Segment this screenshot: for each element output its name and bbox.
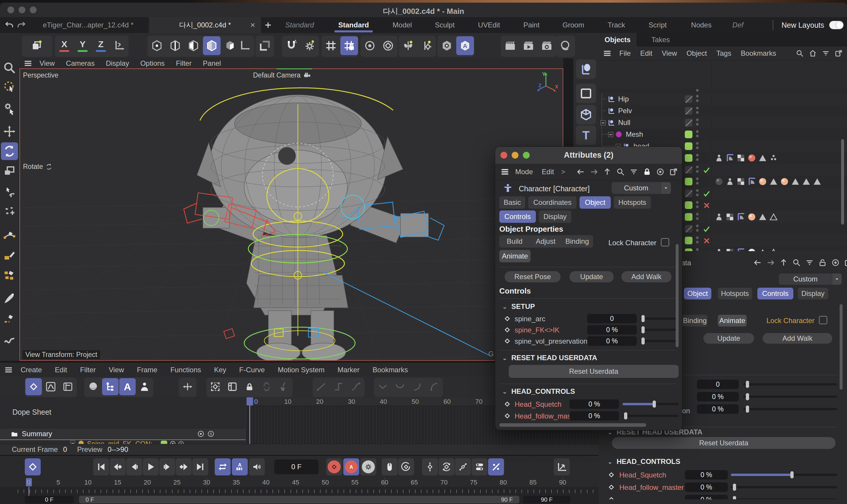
- add-tab-button[interactable]: [264, 21, 272, 29]
- solo-icon[interactable]: [170, 440, 176, 444]
- symmetry-settings-button[interactable]: [418, 36, 435, 55]
- model-mode-button[interactable]: [203, 36, 220, 55]
- param-label[interactable]: Head_follow_master: [619, 483, 684, 492]
- docked-lock-character-checkbox[interactable]: [819, 316, 827, 324]
- expander[interactable]: [608, 132, 613, 137]
- layout-tab-standard-0[interactable]: Standard: [283, 17, 316, 33]
- expander[interactable]: [600, 120, 605, 125]
- search-button[interactable]: [616, 167, 625, 176]
- document-tab-2[interactable]: 다시_0002.c4d *: [149, 17, 261, 33]
- floating-hscrollbar[interactable]: [499, 423, 646, 427]
- object-row-hip[interactable]: Hip: [599, 93, 847, 105]
- head-controls-group-title[interactable]: ⌄HEAD_CONTROLS: [502, 387, 575, 396]
- attributes-floating-panel[interactable]: Attributes (2) Mode Edit > Character [Ch…: [495, 146, 683, 430]
- docked-binding-button[interactable]: Binding: [682, 315, 707, 327]
- reset-head-group-title[interactable]: ⌄RESET HEAD USERDATA: [502, 354, 597, 362]
- grid-lock-button[interactable]: [340, 36, 358, 55]
- track-row[interactable]: Spine_mid_FK_CON: S: [0, 440, 246, 444]
- model-pen-button[interactable]: [22, 36, 52, 55]
- docked-update-button[interactable]: Update: [703, 333, 754, 344]
- tab-coordinates[interactable]: Coordinates: [528, 196, 577, 209]
- y-axis-button[interactable]: Y: [74, 36, 91, 55]
- object-row[interactable]: [599, 88, 847, 93]
- key-disabled-button[interactable]: [488, 458, 504, 475]
- subtab-controls[interactable]: Controls: [499, 211, 536, 223]
- objects-menu-bookmarks[interactable]: Bookmarks: [741, 49, 776, 57]
- transform-tool-button[interactable]: [1, 183, 18, 201]
- layout-tab-nodes-9[interactable]: Nodes: [687, 17, 716, 33]
- visibility-badge[interactable]: [685, 95, 692, 103]
- render-settings-button[interactable]: [538, 36, 555, 55]
- viewport[interactable]: Perspective Default Camera Rotate View T…: [19, 68, 563, 361]
- loop-button[interactable]: [215, 458, 231, 475]
- object-row-null[interactable]: Null: [599, 117, 847, 128]
- home-button[interactable]: [809, 49, 817, 57]
- viewport-camera-label[interactable]: Default Camera: [253, 71, 311, 79]
- fcurve-mode-button[interactable]: [42, 378, 59, 395]
- param-label[interactable]: spine_arc: [515, 315, 545, 323]
- param-slider[interactable]: [731, 474, 837, 476]
- objects-hamburger-icon[interactable]: [603, 49, 612, 58]
- next-frame-button[interactable]: [159, 458, 175, 475]
- arrow-left-button[interactable]: [576, 167, 585, 176]
- keyframe-circle-button[interactable]: [398, 458, 414, 475]
- attributes-hamburger-icon[interactable]: [500, 167, 509, 176]
- floating-title-bar[interactable]: Attributes (2): [495, 147, 682, 164]
- polygon-mode-button[interactable]: [184, 36, 202, 55]
- param-value-field[interactable]: 0 %: [685, 495, 728, 499]
- export-button[interactable]: [835, 49, 843, 57]
- timeline-menu-filter[interactable]: Filter: [80, 366, 95, 374]
- interp-step-button[interactable]: [330, 378, 347, 395]
- preset-dropdown[interactable]: Custom: [612, 182, 660, 194]
- docked-head-controls-title[interactable]: ⌄HEAD_CONTROLS: [607, 457, 681, 466]
- build-button-build[interactable]: Build: [499, 235, 530, 248]
- visibility-badge[interactable]: [685, 119, 692, 126]
- param-value-field[interactable]: 0 %: [697, 392, 739, 401]
- z-axis-button[interactable]: Z: [92, 36, 110, 55]
- axis-scale-button[interactable]: [110, 36, 128, 55]
- object-row-pelv[interactable]: Pelv: [599, 105, 847, 117]
- layer-badge-green[interactable]: [685, 154, 692, 162]
- add-walk-button[interactable]: Add Walk: [621, 271, 672, 282]
- objects-menu-object[interactable]: Object: [687, 49, 707, 57]
- text-tool-button[interactable]: T: [576, 126, 596, 145]
- cube-tool-button[interactable]: [576, 105, 596, 124]
- layout-tab-paint-5[interactable]: Paint: [518, 17, 545, 33]
- reset-userdata-button[interactable]: Reset Userdata: [509, 365, 678, 378]
- h-move-button[interactable]: [179, 378, 196, 395]
- target-settings-button[interactable]: [379, 36, 397, 55]
- viewport-projection-label[interactable]: Perspective: [23, 71, 58, 79]
- rectangle-tool-button[interactable]: [576, 84, 596, 103]
- animate-button[interactable]: Animate: [499, 250, 531, 262]
- layer-badge-green[interactable]: [685, 142, 692, 150]
- spline-sketch-tool-button[interactable]: [1, 247, 18, 264]
- prev-key-button[interactable]: [110, 458, 126, 475]
- param-value-field[interactable]: 0 %: [587, 336, 637, 346]
- clean-keys-button[interactable]: [276, 378, 292, 395]
- auto-axis-button[interactable]: A: [456, 36, 474, 55]
- redo-icon[interactable]: [17, 21, 26, 30]
- snap-settings-button[interactable]: [301, 36, 318, 55]
- symmetry-button[interactable]: [399, 36, 417, 55]
- param-label[interactable]: Head_Squetch: [619, 471, 666, 479]
- timeline-menu-frame[interactable]: Frame: [137, 366, 157, 374]
- timeline-menu-create[interactable]: Create: [21, 366, 42, 374]
- floating-scrollbar[interactable]: [676, 244, 678, 347]
- timeline-menu-view[interactable]: View: [109, 366, 124, 374]
- key-position-button[interactable]: [422, 458, 438, 475]
- grid-button[interactable]: [322, 36, 340, 55]
- set-keyframe-button[interactable]: [25, 458, 41, 475]
- param-slider[interactable]: [640, 329, 678, 331]
- param-slider[interactable]: [731, 499, 837, 499]
- layout-tab-groom-6[interactable]: Groom: [558, 17, 589, 33]
- param-value-field[interactable]: 0: [587, 314, 637, 323]
- summary-row[interactable]: Summary S: [0, 428, 246, 440]
- solo-icon[interactable]: [197, 430, 205, 438]
- timeline-menu-functions[interactable]: Functions: [171, 366, 201, 374]
- objects-panel-tab-objects[interactable]: Objects: [599, 33, 636, 47]
- filter-button[interactable]: [822, 49, 830, 57]
- tab-object[interactable]: Object: [580, 196, 611, 209]
- move-tool-button[interactable]: [1, 123, 18, 140]
- viewport-hamburger-icon[interactable]: [23, 59, 32, 68]
- hex-center-button[interactable]: [438, 36, 456, 55]
